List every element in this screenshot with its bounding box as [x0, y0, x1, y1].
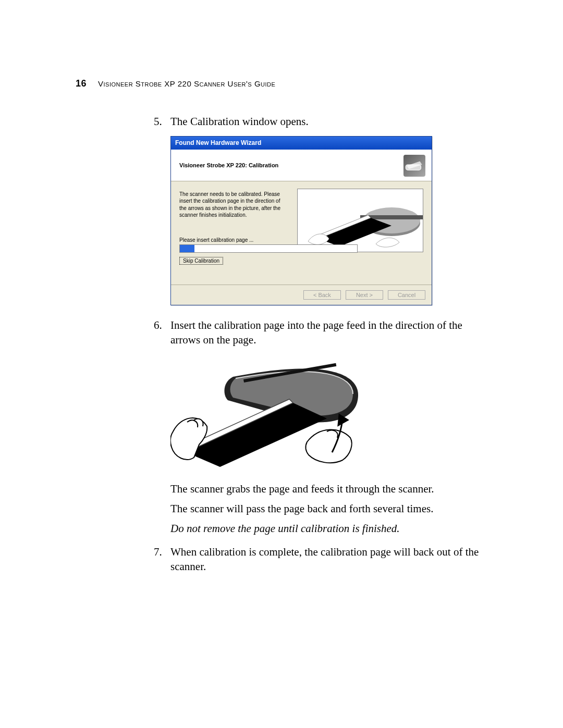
wizard-dialog: Found New Hardware Wizard Visioneer Stro… [170, 136, 432, 305]
wizard-progress-fill [180, 245, 194, 252]
page: 16 Visioneer Strobe XP 220 Scanner User'… [0, 0, 563, 574]
cancel-button[interactable]: Cancel [388, 290, 425, 300]
step-6-p1: The scanner grabs the page and feeds it … [170, 482, 487, 496]
content-area: 5. The Calibration window opens. Found N… [76, 114, 487, 574]
step-text: When calibration is complete, the calibr… [170, 546, 479, 573]
skip-calibration-button[interactable]: Skip Calibration [179, 257, 223, 265]
wizard-footer: < Back Next > Cancel [171, 285, 432, 305]
wizard-skip-row: Skip Calibration [179, 257, 423, 265]
header-title: Visioneer Strobe XP 220 Scanner User's G… [98, 79, 275, 88]
illustration-svg [170, 353, 369, 468]
wizard-picture-svg [298, 189, 423, 252]
wizard-titlebar: Found New Hardware Wizard [171, 137, 432, 149]
step-6: 6. Insert the calibration page into the … [154, 318, 487, 536]
step-list: 5. The Calibration window opens. Found N… [154, 114, 487, 574]
step-number: 6. [154, 318, 162, 332]
step-number: 7. [154, 545, 162, 559]
step-7: 7. When calibration is complete, the cal… [154, 545, 487, 574]
wizard-instructions: The scanner needs to be calibrated. Plea… [179, 191, 284, 219]
wizard-header-title: Visioneer Strobe XP 220: Calibration [179, 162, 278, 169]
scanner-icon [403, 155, 425, 177]
step-text: The Calibration window opens. [170, 115, 309, 128]
wizard-screenshot: Found New Hardware Wizard Visioneer Stro… [170, 136, 487, 305]
step-6-body: The scanner grabs the page and feeds it … [170, 482, 487, 536]
step-text: Insert the calibration page into the pag… [170, 319, 462, 346]
running-header: 16 Visioneer Strobe XP 220 Scanner User'… [76, 78, 487, 89]
calibration-illustration [170, 353, 487, 472]
scanner-icon-svg [403, 155, 425, 177]
wizard-header: Visioneer Strobe XP 220: Calibration [171, 150, 432, 181]
step-6-p2: The scanner will pass the page back and … [170, 501, 487, 516]
page-number: 16 [76, 78, 87, 89]
step-5: 5. The Calibration window opens. Found N… [154, 114, 487, 305]
step-number: 5. [154, 114, 162, 129]
next-button[interactable]: Next > [346, 290, 383, 300]
back-button[interactable]: < Back [303, 290, 341, 300]
wizard-progress-bar [179, 244, 358, 253]
step-6-warning: Do not remove the page until calibration… [170, 521, 487, 536]
wizard-body: The scanner needs to be calibrated. Plea… [171, 181, 432, 285]
wizard-picture [297, 189, 423, 252]
